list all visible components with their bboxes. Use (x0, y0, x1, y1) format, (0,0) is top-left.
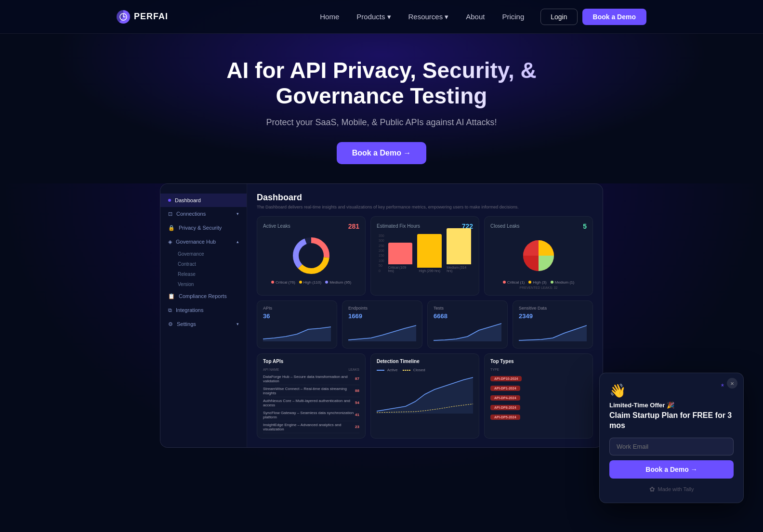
fix-hours-card: Estimated Fix Hours 722 3503002502001501… (370, 216, 479, 296)
svg-marker-6 (263, 327, 331, 341)
bar-label-medium: Medium (314 hrs) (447, 266, 471, 272)
bar-label-high: High (299 hrs) (419, 269, 440, 272)
nav-about[interactable]: About (459, 10, 491, 24)
chevron-down-icon: ▾ (237, 322, 239, 326)
tests-metric-card: Tests 6668 (427, 300, 508, 349)
sidebar-item-version[interactable]: Version (174, 279, 247, 289)
closed-leaks-header: Closed Leaks 5 (490, 222, 587, 230)
bar-chart: 350300250200150100500 Critical (109 hrs)… (377, 234, 473, 272)
dashboard-wrapper: Dashboard ⊡ Connections ▾ 🔒 Privacy & Se… (160, 183, 603, 448)
tests-line-chart (434, 320, 501, 341)
top-apis-title: Top APIs (263, 359, 359, 364)
detection-timeline-title: Detection Timeline (377, 359, 473, 364)
bar-label-critical: Critical (109 hrs) (388, 266, 413, 272)
timeline-legend: Active Closed (377, 368, 473, 372)
popup: × 👋 Limited-Time Offer 🎉 Claim Startup P… (599, 373, 744, 503)
sidebar-item-settings[interactable]: ⚙ Settings ▾ (160, 317, 247, 331)
sidebar-item-governance[interactable]: ◈ Governance Hub ▴ (160, 235, 247, 249)
popup-book-demo-button[interactable]: Book a Demo → (609, 460, 734, 479)
chevron-down-icon: ▾ (387, 13, 391, 21)
sidebar-item-privacy[interactable]: 🔒 Privacy & Security (160, 221, 247, 235)
sidebar-item-integrations[interactable]: ⧉ Integrations (160, 303, 247, 317)
governance-icon: ◈ (168, 239, 172, 245)
active-leaks-value: 281 (348, 222, 359, 230)
endpoints-metric-card: Endpoints 1669 (342, 300, 422, 349)
top-types-card: Top Types TYPE API-DP10-2024 API-DP1-202… (484, 353, 593, 439)
compliance-icon: 📋 (168, 293, 175, 299)
dashboard-icon (168, 199, 171, 202)
bars-container: Critical (109 hrs) High (299 hrs) Medium… (388, 228, 471, 272)
tests-value: 6668 (434, 312, 501, 320)
timeline-legend-closed: Closed (403, 368, 425, 372)
list-item: API-DP5-2024 (490, 412, 587, 421)
integrations-icon: ⧉ (168, 307, 172, 313)
tally-label: Made with Tally (658, 486, 694, 492)
closed-leaks-title: Closed Leaks (490, 223, 520, 229)
db-bottom-row: Top APIs API NAME LEAKS DataForge Hub – … (257, 353, 593, 439)
popup-headline: Claim Startup Plan for FREE for 3 mos (609, 411, 734, 431)
logo[interactable]: PERFAI (117, 10, 168, 24)
connections-icon: ⊡ (168, 211, 172, 217)
apis-metric-card: APIs 36 (257, 300, 337, 349)
nav-home[interactable]: Home (313, 10, 346, 24)
chevron-down-icon: ▾ (237, 211, 239, 216)
db-page-title: Dashboard (257, 193, 593, 203)
legend-medium: Medium (95) (325, 280, 351, 285)
nav-resources[interactable]: Resources ▾ (402, 10, 456, 24)
sidebar-item-dashboard[interactable]: Dashboard (160, 194, 247, 207)
settings-icon: ⚙ (168, 321, 173, 327)
privacy-icon: 🔒 (168, 225, 175, 231)
db-sidebar: Dashboard ⊡ Connections ▾ 🔒 Privacy & Se… (160, 184, 247, 447)
sidebar-item-release[interactable]: Release (174, 269, 247, 279)
list-item: API-DP10-2024 (490, 373, 587, 383)
bar-high: High (299 hrs) (417, 234, 442, 272)
active-leaks-card: Active Leaks 281 (257, 216, 366, 296)
table-row: DataForge Hub – Secure data transformati… (263, 373, 359, 385)
sidebar-item-contract[interactable]: Contract (174, 259, 247, 269)
legend-critical-closed: Critical (1) (503, 280, 525, 285)
popup-close-button[interactable]: × (727, 378, 737, 389)
donut-legend: Critical (76) High (110) Medium (95) (271, 280, 351, 285)
active-leaks-header: Active Leaks 281 (263, 222, 359, 230)
endpoints-line-chart (348, 320, 416, 341)
detection-timeline-card: Detection Timeline Active Closed (370, 353, 479, 439)
book-demo-hero-button[interactable]: Book a Demo → (337, 142, 427, 164)
sidebar-item-compliance[interactable]: 📋 Compliance Reports (160, 289, 247, 303)
bar-medium: Medium (314 hrs) (447, 228, 471, 272)
apis-title: APIs (263, 306, 331, 311)
table-row: SyncFlow Gateway – Seamless data synchro… (263, 409, 359, 421)
top-apis-card: Top APIs API NAME LEAKS DataForge Hub – … (257, 353, 366, 439)
active-leaks-title: Active Leaks (263, 223, 290, 229)
pie-legend: Critical (1) High (3) Medium (1) (503, 280, 574, 285)
table-row: AuthNexus Core – Multi-layered authentic… (263, 397, 359, 409)
sidebar-governance-submenu: Governance Contract Release Version (160, 249, 247, 289)
wave-emoji: 👋 (609, 383, 734, 399)
list-item: API-DP1-2024 (490, 383, 587, 392)
nav-pricing[interactable]: Pricing (495, 10, 531, 24)
popup-asterisk: * (721, 383, 724, 391)
sensitive-data-line-chart (519, 320, 587, 341)
nav-links: Home Products ▾ Resources ▾ About Pricin… (313, 10, 531, 24)
legend-high-closed: High (3) (528, 280, 546, 285)
popup-offer-label: Limited-Time Offer 🎉 (609, 402, 734, 409)
apis-line-chart (263, 320, 331, 341)
hero-subtitle: Protect your SaaS, Mobile, & Public APIs… (266, 117, 497, 128)
book-demo-nav-button[interactable]: Book a Demo (582, 9, 646, 25)
legend-high: High (110) (299, 280, 321, 285)
sidebar-item-governance-sub[interactable]: Governance (174, 249, 247, 259)
db-charts-row: Active Leaks 281 (257, 216, 593, 296)
sidebar-item-connections[interactable]: ⊡ Connections ▾ (160, 207, 247, 221)
pie-chart-container: Critical (1) High (3) Medium (1) PREVENT… (490, 234, 587, 289)
db-page-subtitle: The Dashboard delivers real-time insight… (257, 205, 593, 209)
chevron-down-icon: ▾ (445, 13, 448, 21)
pie-chart (517, 234, 560, 277)
nav-products[interactable]: Products ▾ (350, 10, 397, 24)
timeline-chart (377, 375, 473, 414)
svg-marker-10 (377, 377, 473, 414)
tally-icon: ✿ (649, 485, 655, 493)
login-button[interactable]: Login (540, 9, 577, 25)
email-field[interactable] (609, 438, 734, 455)
db-main-content: Dashboard The Dashboard delivers real-ti… (247, 184, 603, 447)
top-apis-header: API NAME LEAKS (263, 368, 359, 371)
legend-medium-closed: Medium (1) (551, 280, 574, 285)
